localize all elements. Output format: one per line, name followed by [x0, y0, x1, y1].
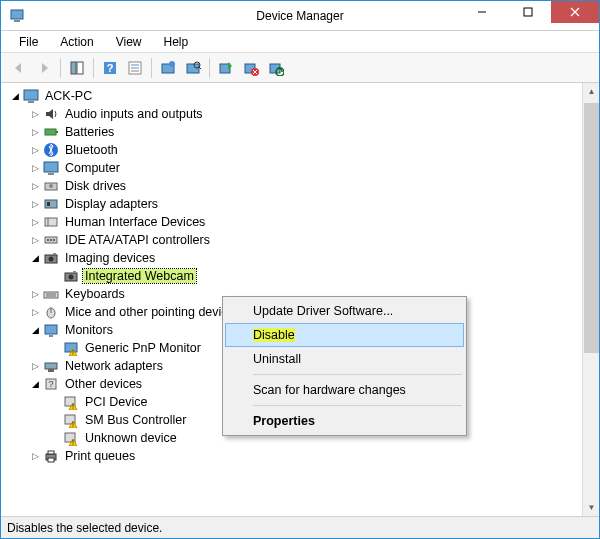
device-warning-icon: !: [63, 394, 79, 410]
close-button[interactable]: [551, 1, 599, 23]
svg-rect-49: [44, 292, 58, 298]
device-warning-icon: !: [63, 430, 79, 446]
node-label: ACK-PC: [43, 89, 94, 103]
svg-rect-70: [48, 458, 54, 462]
svg-rect-32: [48, 173, 54, 175]
menu-help[interactable]: Help: [154, 33, 199, 51]
node-label: PCI Device: [83, 395, 150, 409]
svg-rect-6: [71, 62, 76, 74]
menu-file[interactable]: File: [9, 33, 48, 51]
tree-node-print-queues[interactable]: ▷ Print queues: [9, 447, 582, 465]
expander-icon[interactable]: ▷: [29, 306, 41, 318]
expander-icon[interactable]: ◢: [29, 252, 41, 264]
back-button[interactable]: [7, 56, 31, 80]
menu-view[interactable]: View: [106, 33, 152, 51]
node-label: Other devices: [63, 377, 144, 391]
node-label: Display adapters: [63, 197, 160, 211]
node-label: Mice and other pointing devices: [63, 305, 243, 319]
tree-node-disk-drives[interactable]: ▷ Disk drives: [9, 177, 582, 195]
svg-rect-54: [45, 325, 57, 334]
show-hide-tree-button[interactable]: [65, 56, 89, 80]
maximize-button[interactable]: [505, 1, 551, 23]
tree-node-integrated-webcam[interactable]: Integrated Webcam: [9, 267, 582, 285]
speaker-icon: [43, 106, 59, 122]
scroll-thumb[interactable]: [584, 103, 599, 353]
expander-icon[interactable]: ▷: [29, 162, 41, 174]
svg-text:!: !: [72, 439, 74, 446]
menu-action[interactable]: Action: [50, 33, 103, 51]
context-scan[interactable]: Scan for hardware changes: [225, 378, 464, 402]
tree-node-ide[interactable]: ▷ IDE ATA/ATAPI controllers: [9, 231, 582, 249]
monitor-icon: [43, 322, 59, 338]
expander-icon[interactable]: ▷: [29, 216, 41, 228]
expander-icon[interactable]: ◢: [29, 378, 41, 390]
node-label: Bluetooth: [63, 143, 120, 157]
node-label: Computer: [63, 161, 122, 175]
svg-text:!: !: [72, 421, 74, 428]
tree-root[interactable]: ◢ ACK-PC: [9, 87, 582, 105]
monitor-warning-icon: !: [63, 340, 79, 356]
node-label: Print queues: [63, 449, 137, 463]
vertical-scrollbar[interactable]: ▲ ▼: [582, 83, 599, 516]
scroll-up-icon[interactable]: ▲: [584, 83, 599, 100]
ide-icon: [43, 232, 59, 248]
context-separator: [253, 405, 462, 406]
menubar: File Action View Help: [1, 31, 599, 53]
tree-node-display-adapters[interactable]: ▷ Display adapters: [9, 195, 582, 213]
bluetooth-icon: [43, 142, 59, 158]
properties-button[interactable]: [123, 56, 147, 80]
scroll-down-icon[interactable]: ▼: [584, 499, 599, 516]
tree-node-computer[interactable]: ▷ Computer: [9, 159, 582, 177]
enable-button[interactable]: [214, 56, 238, 80]
window-title: Device Manager: [256, 9, 343, 23]
context-update-driver[interactable]: Update Driver Software...: [225, 299, 464, 323]
tree-node-imaging[interactable]: ◢ Imaging devices: [9, 249, 582, 267]
svg-point-47: [69, 275, 74, 280]
uninstall-button[interactable]: [264, 56, 288, 80]
expander-icon[interactable]: ▷: [29, 450, 41, 462]
tree-node-batteries[interactable]: ▷ Batteries: [9, 123, 582, 141]
tree-node-bluetooth[interactable]: ▷ Bluetooth: [9, 141, 582, 159]
svg-rect-35: [45, 200, 57, 208]
titlebar: Device Manager: [1, 1, 599, 31]
svg-rect-1: [14, 20, 20, 22]
expander-spacer: [49, 270, 61, 282]
display-adapter-icon: [43, 196, 59, 212]
scan-hardware-button[interactable]: [181, 56, 205, 80]
tree-node-hid[interactable]: ▷ Human Interface Devices: [9, 213, 582, 231]
svg-rect-58: [45, 363, 57, 369]
expander-icon[interactable]: ▷: [29, 126, 41, 138]
svg-rect-27: [28, 101, 34, 103]
expander-icon[interactable]: ▷: [29, 234, 41, 246]
context-menu: Update Driver Software... Disable Uninst…: [222, 296, 467, 436]
context-separator: [253, 374, 462, 375]
context-properties[interactable]: Properties: [225, 409, 464, 433]
expander-icon[interactable]: ◢: [29, 324, 41, 336]
svg-rect-41: [50, 239, 52, 241]
disable-button[interactable]: [239, 56, 263, 80]
svg-rect-36: [47, 202, 50, 206]
device-warning-icon: !: [63, 412, 79, 428]
update-driver-button[interactable]: [156, 56, 180, 80]
minimize-button[interactable]: [459, 1, 505, 23]
toolbar: ?: [1, 53, 599, 83]
disk-icon: [43, 178, 59, 194]
expander-icon[interactable]: ▷: [29, 198, 41, 210]
help-button[interactable]: ?: [98, 56, 122, 80]
node-label: Network adapters: [63, 359, 165, 373]
node-label: Audio inputs and outputs: [63, 107, 205, 121]
expander-icon[interactable]: ▷: [29, 108, 41, 120]
node-label: Imaging devices: [63, 251, 157, 265]
expander-icon[interactable]: ◢: [9, 90, 21, 102]
expander-icon[interactable]: ▷: [29, 288, 41, 300]
context-disable[interactable]: Disable: [225, 323, 464, 347]
node-label: Disk drives: [63, 179, 128, 193]
expander-icon[interactable]: ▷: [29, 144, 41, 156]
svg-rect-28: [45, 129, 56, 135]
context-uninstall[interactable]: Uninstall: [225, 347, 464, 371]
expander-icon[interactable]: ▷: [29, 360, 41, 372]
toolbar-separator: [151, 58, 152, 78]
expander-icon[interactable]: ▷: [29, 180, 41, 192]
forward-button[interactable]: [32, 56, 56, 80]
tree-node-audio[interactable]: ▷ Audio inputs and outputs: [9, 105, 582, 123]
